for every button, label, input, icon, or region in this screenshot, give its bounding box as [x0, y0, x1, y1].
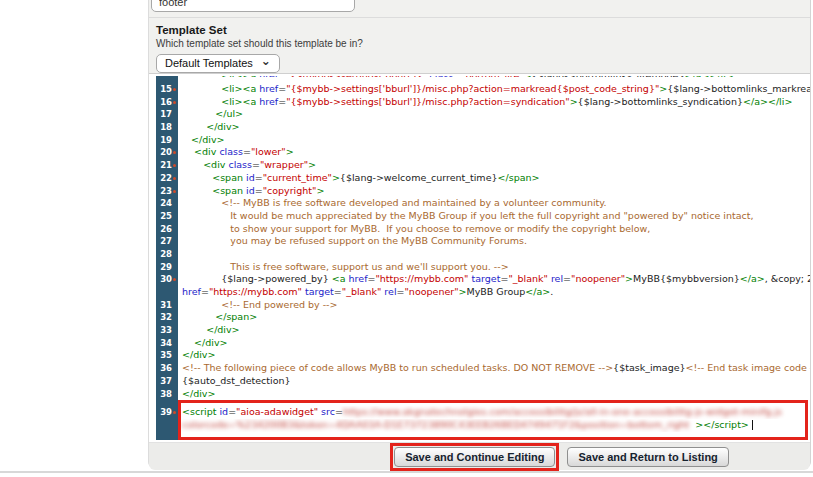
line-number: 15	[156, 83, 178, 96]
code-row: href="https://mybb.com" target="_blank" …	[156, 286, 810, 299]
template-edit-panel: Template Set Which template set should t…	[148, 0, 811, 468]
code-line: <span id="copyright">	[178, 185, 810, 198]
line-number: 20	[156, 146, 178, 159]
highlight-box-save-button: Save and Continue Editing	[390, 443, 559, 471]
code-line: <li><a href="{$mybb->settings['bburl']}"…	[178, 76, 810, 77]
line-number: 34	[156, 337, 178, 350]
code-row: 22 <span id="current_time">{$lang->welco…	[156, 172, 810, 185]
save-and-continue-button[interactable]: Save and Continue Editing	[394, 447, 555, 467]
code-line: </div>	[178, 388, 810, 401]
code-row: 37{$auto_dst_detection}	[156, 375, 810, 388]
code-line: <div class="lower">	[178, 146, 810, 159]
code-line: </span>	[178, 311, 810, 324]
code-line: <div class="wrapper">	[178, 159, 810, 172]
line-number: 30	[156, 273, 178, 286]
line-number: 29	[156, 261, 178, 274]
code-line: <!-- The following piece of code allows …	[178, 362, 810, 375]
code-line: <span id="current_time">{$lang->welcome_…	[178, 172, 810, 185]
fold-marker-icon	[173, 278, 176, 281]
code-line: href="https://mybb.com" target="_blank" …	[178, 286, 810, 299]
code-row: 25 It would be much appreciated by the M…	[156, 210, 810, 223]
template-name-row	[149, 0, 810, 18]
code-line: </div>	[178, 349, 810, 362]
code-row: 18 </div>	[156, 121, 810, 134]
code-line: to show your support for MyBB. If you ch…	[178, 223, 810, 236]
code-line: you may be refused support on the MyBB C…	[178, 235, 810, 248]
code-row: 30 {$lang->powered_by} <a href="https://…	[156, 273, 810, 286]
template-set-caption: Which template set should this template …	[156, 38, 810, 49]
code-row: 23 <span id="copyright">	[156, 185, 810, 198]
code-row: 34 </div>	[156, 337, 810, 350]
code-line: <!-- End powered by -->	[178, 299, 810, 312]
template-set-selected-value: Default Templates	[165, 57, 253, 69]
button-row: Save and Continue Editing Save and Retur…	[149, 442, 810, 470]
code-line: <script id="aioa-adawidget" src=https://…	[178, 406, 810, 419]
fold-marker-icon	[173, 101, 176, 104]
line-number: 39	[156, 400, 178, 419]
line-number	[156, 286, 178, 299]
fold-marker-icon	[173, 151, 176, 154]
template-set-select[interactable]: Default Templates ⌄	[156, 54, 280, 73]
line-number: 37	[156, 375, 178, 388]
code-row: 27 you may be refused support on the MyB…	[156, 235, 810, 248]
line-number: 32	[156, 311, 178, 324]
code-line: It would be much appreciated by the MyBB…	[178, 210, 810, 223]
code-row: 36<!-- The following piece of code allow…	[156, 362, 810, 375]
code-line: This is free software, support us and we…	[178, 261, 810, 274]
page-bottom-divider	[0, 471, 813, 473]
save-and-return-button[interactable]: Save and Return to Listing	[567, 447, 728, 467]
code-editor[interactable]: <li><a href="{$mybb->settings['bburl']}"…	[149, 74, 810, 442]
line-number: 35	[156, 349, 178, 362]
template-set-section: Template Set Which template set should t…	[149, 18, 810, 74]
code-row: 28	[156, 248, 810, 261]
line-number: 18	[156, 121, 178, 134]
code-row: 32 </span>	[156, 311, 810, 324]
line-number: 33	[156, 324, 178, 337]
code-line: <li><a href="{$mybb->settings['bburl']}/…	[178, 83, 810, 96]
fold-marker-icon	[173, 190, 176, 193]
line-number: 19	[156, 134, 178, 147]
code-row: 38</div>	[156, 388, 810, 401]
code-line: </div>	[178, 134, 810, 147]
code-row: 17 </ul>	[156, 108, 810, 121]
code-row: 19 </div>	[156, 134, 810, 147]
code-line	[178, 248, 810, 261]
template-name-input[interactable]	[151, 0, 355, 12]
line-number: 27	[156, 235, 178, 248]
fold-marker-icon	[173, 88, 176, 91]
code-row: 35</div>	[156, 349, 810, 362]
code-line: </div>	[178, 337, 810, 350]
code-row: 16 <li><a href="{$mybb->settings['bburl'…	[156, 96, 810, 109]
code-row: <li><a href="{$mybb->settings['bburl']}"…	[156, 76, 810, 83]
code-line: {$lang->powered_by} <a href="https://myb…	[178, 273, 810, 286]
code-row: 31 <!-- End powered by -->	[156, 299, 810, 312]
line-number: 26	[156, 223, 178, 236]
line-number	[156, 76, 178, 83]
line-number: 24	[156, 197, 178, 210]
code-row: 39<script id="aioa-adawidget" src=https:…	[156, 400, 810, 419]
code-row: 29 This is free software, support us and…	[156, 261, 810, 274]
code-line: {$auto_dst_detection}	[178, 375, 810, 388]
code-line: colorcode=%234200B3&token=4DAA03A-D1E737…	[178, 419, 810, 432]
line-number: 17	[156, 108, 178, 121]
code-row: 21 <div class="wrapper">	[156, 159, 810, 172]
line-number	[156, 419, 178, 440]
template-set-heading: Template Set	[156, 24, 810, 36]
fold-marker-icon	[173, 411, 176, 414]
code-row: 33 </div>	[156, 324, 810, 337]
line-number: 36	[156, 362, 178, 375]
fold-marker-icon	[173, 177, 176, 180]
line-number: 28	[156, 248, 178, 261]
line-number: 21	[156, 159, 178, 172]
fold-marker-icon	[173, 164, 176, 167]
code-line: </div>	[178, 121, 810, 134]
code-line: </div>	[178, 324, 810, 337]
code-line: <!-- MyBB is free software developed and…	[178, 197, 810, 210]
code-row: 20 <div class="lower">	[156, 146, 810, 159]
code-row: 24 <!-- MyBB is free software developed …	[156, 197, 810, 210]
code-row: 15 <li><a href="{$mybb->settings['bburl'…	[156, 83, 810, 96]
text-cursor	[752, 420, 754, 430]
chevron-down-icon: ⌄	[261, 58, 271, 64]
code-row: 26 to show your support for MyBB. If you…	[156, 223, 810, 236]
line-number: 38	[156, 388, 178, 401]
